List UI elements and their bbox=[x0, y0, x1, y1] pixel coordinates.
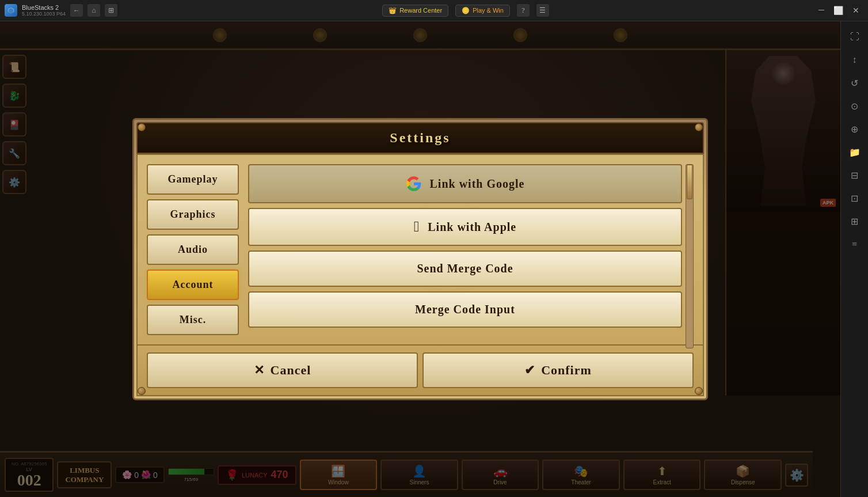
dialog-footer: ✕ Cancel ✔ Confirm bbox=[138, 344, 703, 395]
menu-button[interactable]: ☰ bbox=[536, 4, 549, 17]
settings-nav: Gameplay Graphics Audio Account Misc. bbox=[147, 164, 239, 335]
reward-center-label: Reward Center bbox=[399, 7, 442, 14]
restore-button[interactable]: ⬜ bbox=[831, 4, 846, 17]
sidebar-icon-6[interactable]: ⊡ bbox=[844, 188, 865, 208]
sidebar-icon-2[interactable]: ↺ bbox=[844, 73, 865, 93]
confirm-label: Confirm bbox=[541, 363, 592, 378]
nav-gameplay[interactable]: Gameplay bbox=[147, 164, 239, 195]
right-sidebar: ⛶ ↕ ↺ ⊙ ⊕ 📁 ⊟ ⊡ ⊞ ≡ bbox=[840, 21, 868, 497]
sidebar-fullscreen-icon[interactable]: ⛶ bbox=[844, 26, 865, 47]
cancel-button[interactable]: ✕ Cancel bbox=[147, 352, 418, 388]
link-apple-button[interactable]:  Link with Apple bbox=[248, 208, 682, 246]
bluestacks-logo bbox=[5, 4, 17, 17]
merge-code-input-label: Merge Code Input bbox=[415, 303, 515, 316]
rivet-tr bbox=[695, 123, 703, 131]
confirm-button[interactable]: ✔ Confirm bbox=[422, 352, 694, 388]
settings-content-area: Link with Google  Link with Apple Send … bbox=[248, 164, 694, 335]
cancel-icon: ✕ bbox=[254, 363, 265, 378]
game-area: Settings Gameplay bbox=[0, 21, 840, 497]
send-merge-code-button[interactable]: Send Merge Code bbox=[248, 251, 682, 287]
titlebar-center: 👑 Reward Center 🪙 Play & Win ? ☰ bbox=[382, 4, 549, 17]
back-button[interactable]: ← bbox=[70, 4, 83, 17]
app-name: BlueStacks 2 bbox=[22, 4, 66, 11]
settings-dialog: Settings Gameplay bbox=[132, 118, 708, 400]
minimize-button[interactable]: ─ bbox=[814, 4, 829, 17]
home-button[interactable]: ⌂ bbox=[87, 4, 100, 17]
coin-icon: 🪙 bbox=[462, 7, 470, 14]
sidebar-icon-4[interactable]: ⊕ bbox=[844, 119, 865, 139]
rivet-bl bbox=[138, 387, 146, 395]
cancel-label: Cancel bbox=[271, 363, 311, 378]
titlebar-right: ─ ⬜ ✕ bbox=[814, 4, 863, 17]
rivet-tl bbox=[138, 123, 146, 131]
sidebar-folder-icon[interactable]: 📁 bbox=[844, 142, 865, 162]
nav-audio[interactable]: Audio bbox=[147, 234, 239, 265]
settings-title: Settings bbox=[138, 130, 703, 146]
dialog-content: Gameplay Graphics Audio Account Misc. bbox=[138, 155, 703, 344]
sidebar-icon-3[interactable]: ⊙ bbox=[844, 96, 865, 116]
sidebar-icon-8[interactable]: ≡ bbox=[844, 234, 865, 255]
nav-graphics[interactable]: Graphics bbox=[147, 199, 239, 230]
send-merge-code-label: Send Merge Code bbox=[417, 262, 513, 275]
dialog-overlay: Settings Gameplay bbox=[0, 21, 840, 497]
link-google-button[interactable]: Link with Google bbox=[248, 164, 682, 203]
app-version: 5.10.230.1003 P64 bbox=[22, 11, 66, 17]
link-google-label: Link with Google bbox=[430, 177, 525, 191]
apple-icon:  bbox=[414, 219, 420, 234]
play-win-label: Play & Win bbox=[473, 7, 504, 14]
windows-button[interactable]: ⊞ bbox=[105, 4, 117, 17]
nav-account[interactable]: Account bbox=[147, 270, 239, 300]
crown-icon: 👑 bbox=[389, 7, 397, 14]
titlebar: BlueStacks 2 5.10.230.1003 P64 ← ⌂ ⊞ 👑 R… bbox=[0, 0, 868, 21]
sidebar-icon-5[interactable]: ⊟ bbox=[844, 165, 865, 185]
play-win-button[interactable]: 🪙 Play & Win bbox=[455, 5, 510, 17]
app-name-group: BlueStacks 2 5.10.230.1003 P64 bbox=[22, 4, 66, 17]
nav-misc[interactable]: Misc. bbox=[147, 305, 239, 335]
help-button[interactable]: ? bbox=[517, 4, 530, 17]
confirm-icon: ✔ bbox=[524, 363, 535, 378]
sidebar-icon-1[interactable]: ↕ bbox=[844, 50, 865, 70]
dialog-body: Gameplay Graphics Audio Account Misc. bbox=[136, 154, 704, 396]
settings-title-bar: Settings bbox=[136, 122, 704, 154]
link-apple-label: Link with Apple bbox=[428, 221, 516, 234]
google-icon bbox=[406, 176, 422, 192]
close-button[interactable]: ✕ bbox=[848, 4, 863, 17]
reward-center-button[interactable]: 👑 Reward Center bbox=[382, 5, 448, 17]
titlebar-left: BlueStacks 2 5.10.230.1003 P64 ← ⌂ ⊞ bbox=[5, 4, 117, 17]
rivet-br bbox=[695, 387, 703, 395]
merge-code-input-button[interactable]: Merge Code Input bbox=[248, 291, 682, 328]
sidebar-icon-7[interactable]: ⊞ bbox=[844, 211, 865, 232]
